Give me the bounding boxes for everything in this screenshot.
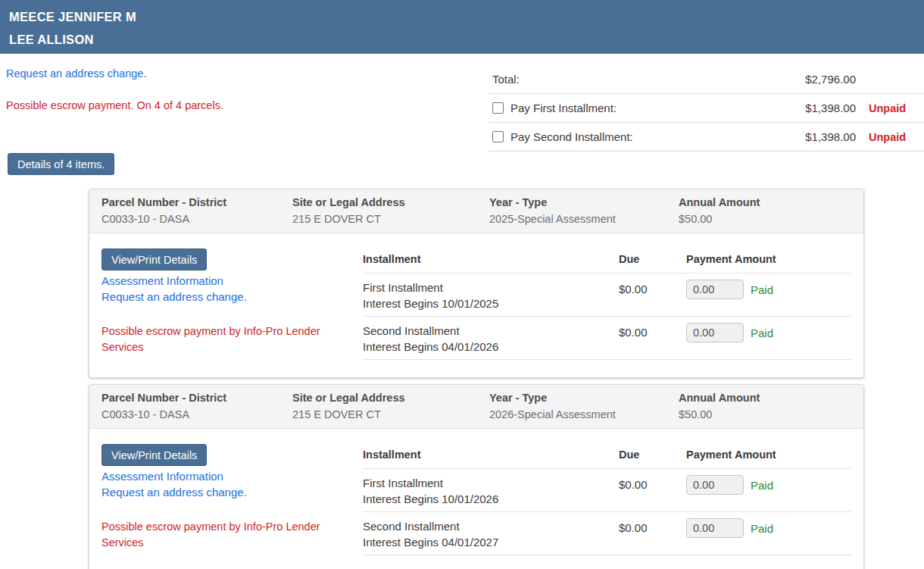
annual-amount-value: $50.00 bbox=[679, 409, 851, 420]
escrow-lender-notice: Possible escrow payment by Info-Pro Lend… bbox=[101, 519, 321, 551]
details-of-items-button[interactable]: Details of 4 items. bbox=[8, 153, 114, 175]
paid-status: Paid bbox=[751, 522, 773, 535]
installment-row: Second Installment Interest Begins 04/01… bbox=[363, 317, 851, 360]
second-installment-amount: $1,398.00 bbox=[784, 130, 856, 143]
due-amount: $0.00 bbox=[619, 280, 686, 297]
parcel-number-value: C0033-10 - DASA bbox=[101, 214, 292, 225]
view-print-details-button[interactable]: View/Print Details bbox=[101, 444, 207, 466]
annual-amount-value: $50.00 bbox=[679, 214, 851, 225]
pay-first-installment-label: Pay First Installment: bbox=[510, 102, 617, 114]
address-change-link[interactable]: Request an address change. bbox=[101, 484, 363, 500]
view-print-details-button[interactable]: View/Print Details bbox=[101, 249, 207, 270]
year-type-label: Year - Type bbox=[489, 197, 679, 208]
parcel-card-header: Parcel Number - District C0033-10 - DASA… bbox=[89, 189, 863, 233]
assessment-information-link[interactable]: Assessment Information bbox=[101, 468, 363, 484]
second-installment-row: Pay Second Installment: $1,398.00 Unpaid bbox=[489, 123, 924, 152]
installment-name: Second Installment bbox=[363, 518, 619, 534]
taxpayer-name-1: MEECE JENNIFER M bbox=[9, 5, 915, 28]
second-installment-status: Unpaid bbox=[856, 131, 924, 143]
parcel-card-2025: Parcel Number - District C0033-10 - DASA… bbox=[89, 189, 864, 378]
paid-status: Paid bbox=[751, 479, 773, 492]
installment-column-header: Installment bbox=[363, 253, 619, 265]
parcel-number-label: Parcel Number - District bbox=[101, 197, 292, 208]
installment-column-header: Installment bbox=[363, 449, 619, 461]
parcel-number-value: C0033-10 - DASA bbox=[101, 409, 292, 420]
annual-amount-label: Annual Amount bbox=[679, 197, 851, 208]
due-column-header: Due bbox=[619, 449, 686, 461]
interest-begins: Interest Begins 04/01/2027 bbox=[363, 534, 619, 550]
due-amount: $0.00 bbox=[619, 475, 686, 492]
summary-section: Request an address change. Possible escr… bbox=[0, 54, 924, 189]
total-row: Total: $2,796.00 bbox=[489, 65, 924, 94]
interest-begins: Interest Begins 10/01/2025 bbox=[363, 295, 619, 311]
site-address-label: Site or Legal Address bbox=[292, 197, 489, 208]
interest-begins: Interest Begins 04/01/2026 bbox=[363, 339, 619, 355]
due-amount: $0.00 bbox=[619, 323, 686, 340]
parcel-number-label: Parcel Number - District bbox=[101, 392, 292, 404]
payment-amount-column-header: Payment Amount bbox=[686, 449, 851, 461]
installment-table: Installment Due Payment Amount First Ins… bbox=[363, 233, 851, 360]
assessment-information-link[interactable]: Assessment Information bbox=[101, 273, 363, 289]
payment-amount-input[interactable] bbox=[686, 518, 744, 538]
site-address-label: Site or Legal Address bbox=[292, 392, 489, 404]
payment-amount-input[interactable] bbox=[686, 280, 744, 299]
parcel-actions: View/Print Details Assessment Informatio… bbox=[101, 233, 363, 360]
address-change-link[interactable]: Request an address change. bbox=[6, 67, 146, 80]
escrow-notice: Possible escrow payment. On 4 of 4 parce… bbox=[6, 99, 223, 111]
first-installment-status: Unpaid bbox=[856, 102, 924, 114]
pay-second-installment-checkbox[interactable] bbox=[492, 131, 504, 142]
installment-table: Installment Due Payment Amount First Ins… bbox=[363, 429, 851, 555]
site-address-value: 215 E DOVER CT bbox=[292, 409, 489, 420]
installment-name: First Installment bbox=[363, 280, 619, 295]
due-amount: $0.00 bbox=[619, 518, 686, 536]
paid-status: Paid bbox=[751, 327, 773, 339]
parcel-card-2026: Parcel Number - District C0033-10 - DASA… bbox=[89, 384, 864, 569]
annual-amount-label: Annual Amount bbox=[679, 392, 851, 404]
first-installment-amount: $1,398.00 bbox=[784, 102, 856, 114]
parcel-card-header: Parcel Number - District C0033-10 - DASA… bbox=[89, 385, 863, 429]
payment-amount-input[interactable] bbox=[686, 475, 744, 495]
installment-row: First Installment Interest Begins 10/01/… bbox=[363, 469, 851, 512]
interest-begins: Interest Begins 10/01/2026 bbox=[363, 491, 619, 507]
payment-amount-input[interactable] bbox=[686, 323, 744, 342]
address-change-link[interactable]: Request an address change. bbox=[101, 289, 363, 305]
taxpayer-header: MEECE JENNIFER M LEE ALLISON bbox=[0, 0, 924, 54]
pay-first-installment-checkbox[interactable] bbox=[492, 102, 504, 114]
year-type-value: 2026-Special Assessment bbox=[489, 409, 679, 420]
year-type-label: Year - Type bbox=[489, 392, 679, 404]
first-installment-row: Pay First Installment: $1,398.00 Unpaid bbox=[489, 94, 924, 123]
installment-row: First Installment Interest Begins 10/01/… bbox=[363, 274, 851, 317]
due-column-header: Due bbox=[619, 253, 686, 265]
total-label: Total: bbox=[492, 73, 520, 86]
year-type-value: 2025-Special Assessment bbox=[489, 214, 679, 225]
payment-amount-column-header: Payment Amount bbox=[686, 253, 851, 265]
parcel-actions: View/Print Details Assessment Informatio… bbox=[101, 429, 363, 555]
installment-name: Second Installment bbox=[363, 323, 619, 339]
installment-row: Second Installment Interest Begins 04/01… bbox=[363, 512, 851, 555]
site-address-value: 215 E DOVER CT bbox=[292, 214, 489, 225]
escrow-lender-notice: Possible escrow payment by Info-Pro Lend… bbox=[101, 324, 321, 355]
totals-table: Total: $2,796.00 Pay First Installment: … bbox=[489, 65, 924, 152]
taxpayer-name-2: LEE ALLISON bbox=[9, 28, 915, 51]
total-amount: $2,796.00 bbox=[784, 73, 856, 86]
pay-second-installment-label: Pay Second Installment: bbox=[510, 130, 633, 143]
paid-status: Paid bbox=[751, 283, 773, 296]
installment-name: First Installment bbox=[363, 475, 619, 491]
